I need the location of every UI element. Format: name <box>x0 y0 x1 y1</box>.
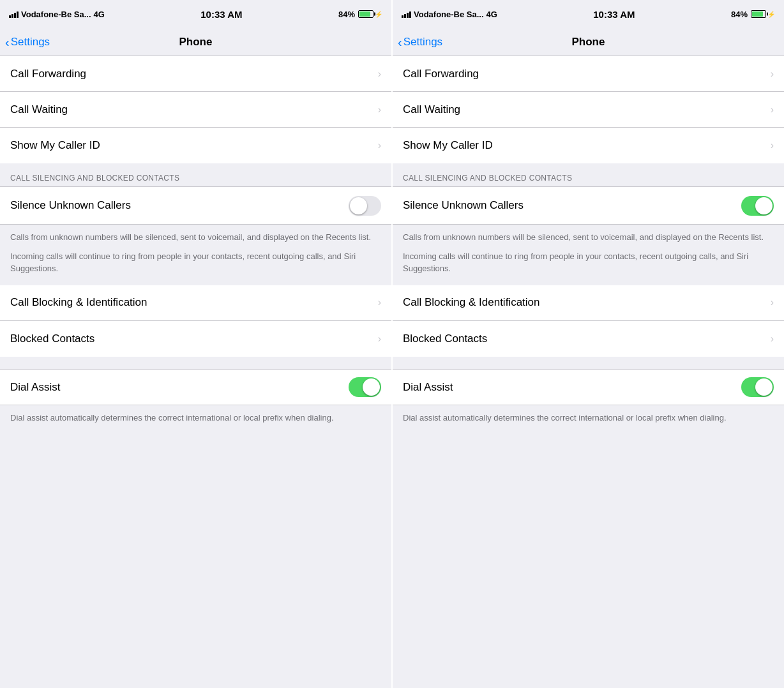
desc-text-1: Calls from unknown numbers will be silen… <box>10 231 381 244</box>
signal-bar-2 <box>404 14 406 18</box>
carrier-label: Vodafone-Be Sa... <box>414 10 484 19</box>
back-chevron-icon: ‹ <box>398 36 402 49</box>
chevron-right-icon: › <box>378 104 381 116</box>
desc-text-1: Calls from unknown numbers will be silen… <box>403 231 774 244</box>
dial-assist-toggle[interactable] <box>741 377 774 397</box>
list-item-label: Call Blocking & Identification <box>403 296 540 309</box>
dial-assist-desc-text: Dial assist automatically determines the… <box>10 412 381 424</box>
toggle-thumb <box>363 378 380 396</box>
list-item-label: Call Forwarding <box>403 68 479 80</box>
network-label: 4G <box>486 10 497 19</box>
dial-assist-item[interactable]: Dial Assist <box>393 370 784 405</box>
settings-content: Call Forwarding › Call Waiting › Show My… <box>393 56 784 688</box>
settings-content: Call Forwarding › Call Waiting › Show My… <box>0 56 391 688</box>
section-spacer <box>0 357 391 370</box>
list-item-right: › <box>771 297 774 308</box>
status-right: 84% ⚡ <box>338 10 382 19</box>
list-item-show-my-caller-id[interactable]: Show My Caller ID › <box>393 128 784 163</box>
silence-description-block: Calls from unknown numbers will be silen… <box>0 225 391 285</box>
chevron-right-icon: › <box>378 140 381 151</box>
status-left: Vodafone-Be Sa... 4G <box>402 10 497 19</box>
signal-bar-4 <box>17 11 19 18</box>
list-item-call-forwarding[interactable]: Call Forwarding › <box>393 56 784 92</box>
desc-text-2: Incoming calls will continue to ring fro… <box>10 250 381 275</box>
list-item-label: Call Waiting <box>403 103 460 116</box>
list-item-right: › <box>378 104 381 116</box>
battery-fill <box>752 11 763 17</box>
list-item-call-waiting[interactable]: Call Waiting › <box>0 92 391 128</box>
charging-icon: ⚡ <box>767 11 775 18</box>
network-label: 4G <box>94 10 105 19</box>
battery-body <box>358 10 373 18</box>
list-item-call-blocking-identification[interactable]: Call Blocking & Identification › <box>393 285 784 321</box>
list-item-label: Show My Caller ID <box>10 139 100 152</box>
top-list-section: Call Forwarding › Call Waiting › Show My… <box>393 56 784 163</box>
chevron-right-icon: › <box>378 68 381 80</box>
signal-bars <box>9 10 19 18</box>
signal-bar-3 <box>407 13 409 18</box>
signal-bar-2 <box>11 14 13 18</box>
silence-unknown-toggle[interactable] <box>349 196 381 216</box>
battery-icon: ⚡ <box>751 10 775 18</box>
dial-assist-item[interactable]: Dial Assist <box>0 370 391 405</box>
list-item-call-waiting[interactable]: Call Waiting › <box>393 92 784 128</box>
list-item-right: › <box>378 333 381 345</box>
signal-bar-1 <box>9 15 11 18</box>
chevron-right-icon: › <box>771 68 774 80</box>
silence-unknown-callers-item[interactable]: Silence Unknown Callers <box>0 186 391 225</box>
list-item-right: › <box>771 104 774 116</box>
phone-panel-right: Vodafone-Be Sa... 4G 10:33 AM 84% ⚡ ‹ Se… <box>393 0 784 688</box>
toggle-thumb <box>755 378 773 396</box>
list-item-label: Call Waiting <box>10 103 68 116</box>
bottom-list-section: Call Blocking & Identification › Blocked… <box>393 285 784 357</box>
list-item-blocked-contacts[interactable]: Blocked Contacts › <box>393 321 784 357</box>
status-bar: Vodafone-Be Sa... 4G 10:33 AM 84% ⚡ <box>393 0 784 28</box>
battery-body <box>751 10 766 18</box>
list-item-right: › <box>771 333 774 345</box>
carrier-label: Vodafone-Be Sa... <box>21 10 91 19</box>
section-header-call-silencing: CALL SILENCING AND BLOCKED CONTACTS <box>393 163 784 186</box>
silence-unknown-label: Silence Unknown Callers <box>10 199 131 212</box>
list-item-right: › <box>378 297 381 308</box>
list-item-blocked-contacts[interactable]: Blocked Contacts › <box>0 321 391 357</box>
back-button[interactable]: ‹ Settings <box>5 36 50 49</box>
battery-icon: ⚡ <box>358 10 382 18</box>
toggle-thumb <box>755 197 773 214</box>
dial-assist-toggle[interactable] <box>349 377 381 397</box>
chevron-right-icon: › <box>378 297 381 308</box>
charging-icon: ⚡ <box>375 11 382 18</box>
battery-fill <box>359 11 370 17</box>
list-item-label: Blocked Contacts <box>10 333 94 345</box>
status-right: 84% ⚡ <box>731 10 775 19</box>
chevron-right-icon: › <box>771 140 774 151</box>
dial-assist-desc-text: Dial assist automatically determines the… <box>403 412 774 424</box>
list-item-label: Blocked Contacts <box>403 333 487 345</box>
section-spacer <box>393 357 784 370</box>
page-title: Phone <box>572 36 605 49</box>
signal-bars <box>402 10 411 18</box>
list-item-call-blocking-identification[interactable]: Call Blocking & Identification › <box>0 285 391 321</box>
back-button[interactable]: ‹ Settings <box>398 36 442 49</box>
list-item-label: Show My Caller ID <box>403 139 493 152</box>
list-item-show-my-caller-id[interactable]: Show My Caller ID › <box>0 128 391 163</box>
list-item-call-forwarding[interactable]: Call Forwarding › <box>0 56 391 92</box>
back-chevron-icon: ‹ <box>5 36 10 49</box>
silence-unknown-callers-item[interactable]: Silence Unknown Callers <box>393 186 784 225</box>
silence-unknown-label: Silence Unknown Callers <box>403 199 524 212</box>
status-left: Vodafone-Be Sa... 4G <box>9 10 105 19</box>
signal-bar-4 <box>409 11 411 18</box>
battery-percent: 84% <box>731 10 748 19</box>
dial-assist-label: Dial Assist <box>10 381 60 394</box>
desc-text-2: Incoming calls will continue to ring fro… <box>403 250 774 275</box>
status-bar: Vodafone-Be Sa... 4G 10:33 AM 84% ⚡ <box>0 0 391 28</box>
top-list-section: Call Forwarding › Call Waiting › Show My… <box>0 56 391 163</box>
back-label: Settings <box>403 36 442 49</box>
list-item-right: › <box>771 68 774 80</box>
dial-assist-description-block: Dial assist automatically determines the… <box>393 405 784 435</box>
silence-unknown-toggle[interactable] <box>741 196 774 216</box>
signal-bar-1 <box>402 15 403 18</box>
signal-bar-3 <box>14 13 16 18</box>
bottom-list-section: Call Blocking & Identification › Blocked… <box>0 285 391 357</box>
status-time: 10:33 AM <box>593 9 635 20</box>
nav-bar: ‹ Settings Phone <box>0 28 391 56</box>
